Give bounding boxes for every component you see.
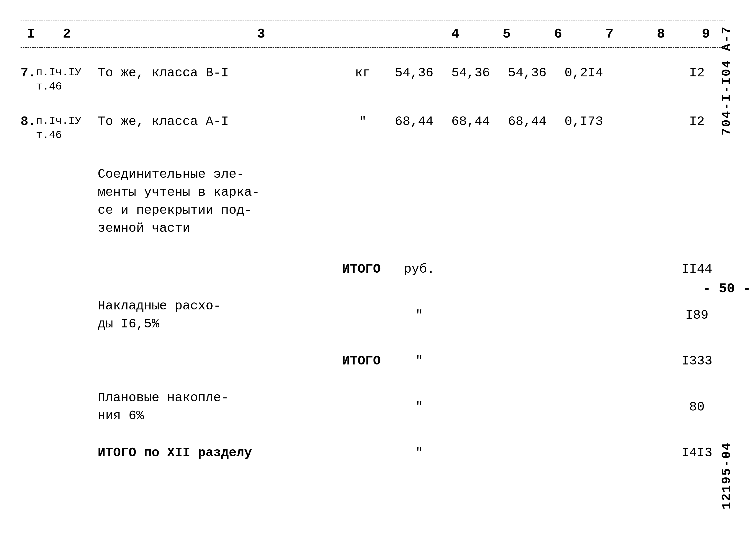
side-labels: 704-I-I04 А-7 - 50 - 12195-04 (703, 0, 751, 535)
row7-unit: кг (339, 66, 386, 80)
header-col8: 8 (635, 26, 687, 42)
row7-val7: 0,2I4 (555, 66, 612, 80)
row8-val7: 0,I73 (555, 114, 612, 129)
itogo-xii-label: ИТОГО по XII разделу (98, 445, 396, 460)
page-container: I 2 3 4 5 6 7 8 9 7. п.Iч.IУ т.46 То же,… (0, 0, 756, 535)
row8-val6: 68,44 (499, 114, 555, 129)
itogo-xii-unit: " (396, 445, 443, 460)
itogo2-label: ИТОГО (98, 354, 396, 368)
header-row: I 2 3 4 5 6 7 8 9 (20, 21, 725, 47)
table-row: 8. п.Iч.IУ т.46 То же, класса А-I " 68,4… (20, 106, 725, 150)
header-col4: 4 (430, 26, 481, 42)
header-col6: 6 (532, 26, 584, 42)
itogo1-label: ИТОГО (98, 262, 396, 276)
row7-val4: 54,36 (386, 66, 443, 80)
row8-unit: " (339, 114, 386, 129)
nakladnye-row: Накладные расхо- ды I6,5% " I89 (20, 291, 725, 340)
note-line4: земной части (98, 219, 725, 238)
row8-number: 8. (20, 114, 36, 129)
header-col3: 3 (93, 26, 430, 42)
header-col7: 7 (584, 26, 635, 42)
note-text: Соединительные эле- менты учтены в карка… (98, 165, 725, 238)
row8-val5: 68,44 (443, 114, 499, 129)
row7-ref: п.Iч.IУ т.46 (36, 66, 98, 94)
itogo1-unit: руб. (396, 262, 443, 276)
note-row: Соединительные эле- менты учтены в карка… (20, 160, 725, 242)
note-line3: се и перекрытии под- (98, 201, 725, 219)
planovye-row: Плановые накопле- ния 6% " 80 (20, 382, 725, 431)
row8-description: То же, класса А-I (98, 114, 339, 129)
nakladnye-label: Накладные расхо- ды I6,5% (98, 297, 396, 333)
nakladnye-unit: " (396, 308, 443, 323)
table-content: 7. п.Iч.IУ т.46 То же, класса В-I кг 54,… (20, 58, 725, 466)
side-label-top: 704-I-I04 А-7 (720, 26, 734, 135)
note-line2: менты учтены в карка- (98, 183, 725, 201)
header-col1: I (20, 26, 41, 42)
planovye-label: Плановые накопле- ния 6% (98, 389, 396, 425)
side-separator: - 50 - (703, 281, 751, 296)
row8-ref: п.Iч.IУ т.46 (36, 114, 98, 142)
itogo-xii-row: ИТОГО по XII разделу " I4I3 (20, 439, 725, 466)
row7-number: 7. (20, 66, 36, 80)
planovye-unit: " (396, 400, 443, 414)
row8-val4: 68,44 (386, 114, 443, 129)
side-label-bottom: 12195-04 (720, 442, 734, 509)
row7-description: То же, класса В-I (98, 66, 339, 80)
itogo1-row: ИТОГО руб. II44 (20, 255, 725, 283)
header-col5: 5 (481, 26, 532, 42)
row7-val6: 54,36 (499, 66, 555, 80)
table-row: 7. п.Iч.IУ т.46 То же, класса В-I кг 54,… (20, 58, 725, 101)
row7-val5: 54,36 (443, 66, 499, 80)
itogo2-row: ИТОГО " I333 (20, 347, 725, 375)
itogo2-unit: " (396, 354, 443, 368)
header-col2: 2 (41, 26, 93, 42)
note-line1: Соединительные эле- (98, 165, 725, 183)
